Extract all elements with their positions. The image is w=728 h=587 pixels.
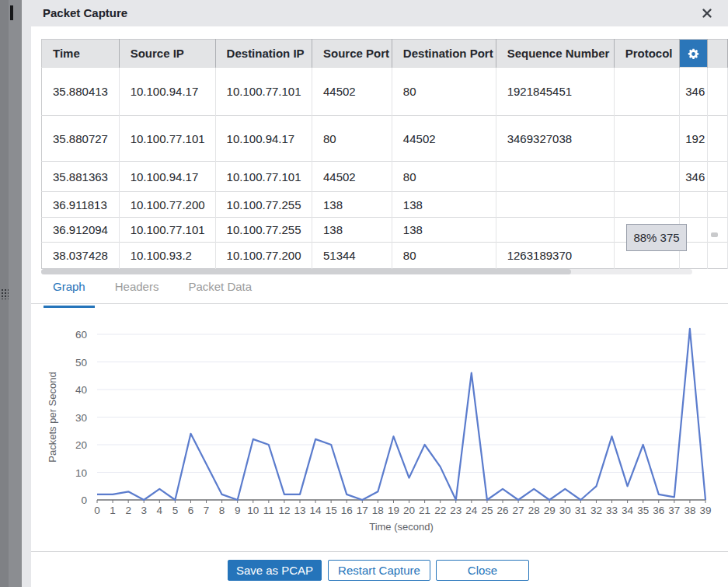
x-tick-label: 19 xyxy=(388,505,399,516)
table-cell: 35.880413 xyxy=(42,68,120,116)
x-tick-label: 21 xyxy=(419,505,430,516)
table-cell: 10.100.77.101 xyxy=(215,162,312,192)
y-tick-label: 30 xyxy=(75,412,87,424)
table-cell: 1263189370 xyxy=(496,243,614,269)
x-tick-label: 2 xyxy=(125,505,131,516)
table-cell: 35.880727 xyxy=(42,116,120,162)
x-tick-label: 15 xyxy=(326,505,337,516)
table-cell: 1921845451 xyxy=(496,68,614,116)
table-cell: 36.911813 xyxy=(42,192,120,218)
tab-packet-data[interactable]: Packet Data xyxy=(179,277,261,303)
x-tick-label: 8 xyxy=(219,505,225,516)
x-tick-label: 18 xyxy=(372,505,384,516)
x-tick-label: 38 xyxy=(684,505,695,516)
table-cell: 10.100.94.17 xyxy=(119,68,215,116)
packets-per-second-chart: 0102030405060012345678910111213141516171… xyxy=(31,317,728,550)
table-cell: 44502 xyxy=(312,68,392,116)
table-cell: 10.100.77.101 xyxy=(119,116,215,162)
table-cell: 10.100.94.17 xyxy=(119,162,215,192)
column-header-protocol[interactable]: Protocol xyxy=(614,40,680,68)
tab-headers[interactable]: Headers xyxy=(106,277,169,303)
footer-divider xyxy=(31,551,728,552)
table-row[interactable]: 38.03742810.100.93.210.100.77.2005134480… xyxy=(42,243,728,269)
table-header-row: TimeSource IPDestination IPSource PortDe… xyxy=(42,40,728,68)
clipped-column-header xyxy=(708,40,728,68)
table-row[interactable]: 36.91209410.100.77.10110.100.77.25513813… xyxy=(42,218,728,243)
side-scrollbar-thumb[interactable] xyxy=(711,232,718,237)
save-as-pcap-button[interactable]: Save as PCAP xyxy=(228,560,322,581)
column-header-time[interactable]: Time xyxy=(42,40,120,68)
x-tick-label: 3 xyxy=(141,505,147,516)
x-tick-label: 1 xyxy=(110,505,116,516)
table-cell: 35.881363 xyxy=(42,162,120,192)
x-tick-label: 11 xyxy=(263,505,274,516)
capture-progress-tooltip: 88% 375 xyxy=(626,224,687,251)
x-tick-label: 35 xyxy=(637,505,649,516)
column-header-destination-ip[interactable]: Destination IP xyxy=(215,40,312,68)
y-tick-label: 20 xyxy=(75,439,87,451)
y-tick-label: 10 xyxy=(75,467,87,479)
packet-table: TimeSource IPDestination IPSource PortDe… xyxy=(41,39,728,269)
restart-capture-button[interactable]: Restart Capture xyxy=(328,560,430,581)
table-cell xyxy=(496,162,614,192)
grip-dots-icon[interactable] xyxy=(1,288,9,299)
gear-icon[interactable] xyxy=(680,40,708,68)
table-cell: 192 xyxy=(680,116,708,162)
table-row[interactable]: 35.88136310.100.94.1710.100.77.101445028… xyxy=(42,162,728,192)
x-tick-label: 17 xyxy=(357,505,368,516)
table-cell xyxy=(708,243,728,269)
line-chart: 0102030405060012345678910111213141516171… xyxy=(31,317,728,550)
table-cell xyxy=(614,192,680,218)
table-cell: 10.100.77.255 xyxy=(215,218,312,243)
close-button[interactable]: Close xyxy=(436,560,529,581)
table-row[interactable]: 36.91181310.100.77.20010.100.77.25513813… xyxy=(42,192,728,218)
table-cell: 80 xyxy=(312,116,392,162)
table-row[interactable]: 35.88041310.100.94.1710.100.77.101445028… xyxy=(42,68,728,116)
x-tick-label: 0 xyxy=(94,505,100,516)
x-tick-label: 29 xyxy=(544,505,556,516)
table-cell xyxy=(708,68,728,116)
table-cell: 346 xyxy=(680,68,708,116)
table-cell xyxy=(614,162,680,192)
table-cell: 10.100.77.255 xyxy=(215,192,312,218)
table-cell xyxy=(496,192,614,218)
table-cell xyxy=(680,192,708,218)
tooltip-text: 88% 375 xyxy=(633,231,679,244)
table-cell xyxy=(708,116,728,162)
table-cell: 10.100.93.2 xyxy=(119,243,215,269)
table-cell: 44502 xyxy=(312,162,392,192)
table-cell: 36.912094 xyxy=(42,218,120,243)
x-tick-label: 12 xyxy=(278,505,290,516)
column-header-source-ip[interactable]: Source IP xyxy=(119,40,215,68)
x-tick-label: 5 xyxy=(172,505,179,516)
column-header-sequence-number[interactable]: Sequence Number xyxy=(496,40,614,68)
table-cell: 44502 xyxy=(392,116,496,162)
x-tick-label: 14 xyxy=(310,505,322,516)
x-tick-label: 10 xyxy=(247,505,259,516)
table-cell: 10.100.77.101 xyxy=(215,68,312,116)
x-tick-label: 32 xyxy=(590,505,602,516)
x-tick-label: 26 xyxy=(496,505,508,516)
x-tick-label: 24 xyxy=(465,505,478,516)
column-header-destination-port[interactable]: Destination Port xyxy=(392,40,496,68)
table-cell: 346 xyxy=(680,162,708,192)
table-cell: 10.100.77.101 xyxy=(119,218,215,243)
table-cell: 138 xyxy=(312,192,392,218)
x-tick-label: 9 xyxy=(235,505,241,516)
x-tick-label: 27 xyxy=(513,505,524,516)
table-cell xyxy=(614,116,680,162)
table-cell: 138 xyxy=(392,192,496,218)
scrollbar-thumb[interactable] xyxy=(41,269,571,274)
x-tick-label: 6 xyxy=(188,505,194,516)
data-line xyxy=(97,329,705,500)
x-tick-label: 37 xyxy=(668,505,680,516)
table-row[interactable]: 35.88072710.100.77.10110.100.94.17804450… xyxy=(42,116,728,162)
tab-graph[interactable]: Graph xyxy=(44,277,95,303)
table-horizontal-scrollbar[interactable] xyxy=(41,269,692,274)
x-tick-label: 30 xyxy=(559,505,571,516)
x-tick-label: 7 xyxy=(204,505,210,516)
column-header-source-port[interactable]: Source Port xyxy=(312,40,392,68)
close-icon[interactable] xyxy=(702,8,712,19)
x-tick-label: 39 xyxy=(699,505,711,516)
x-tick-label: 22 xyxy=(434,505,446,516)
